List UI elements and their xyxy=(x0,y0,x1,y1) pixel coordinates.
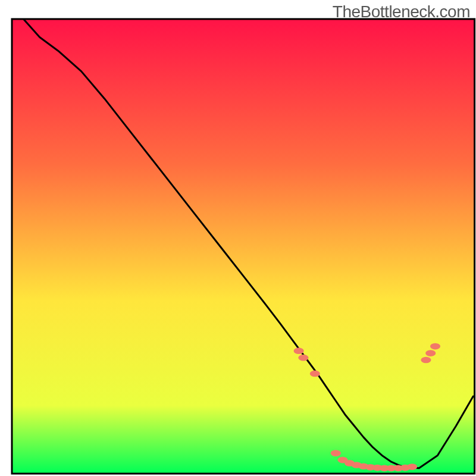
watermark-label: TheBottleneck.com xyxy=(333,2,470,21)
data-point xyxy=(407,464,417,470)
data-point xyxy=(298,355,308,361)
data-point xyxy=(430,343,440,350)
data-point xyxy=(294,347,304,354)
data-point xyxy=(421,357,431,364)
chart-svg xyxy=(0,0,476,476)
data-point xyxy=(310,371,320,377)
gradient-background xyxy=(12,19,475,474)
data-point xyxy=(425,350,436,356)
data-point xyxy=(331,450,341,456)
bottleneck-chart: TheBottleneck.com xyxy=(0,0,476,476)
